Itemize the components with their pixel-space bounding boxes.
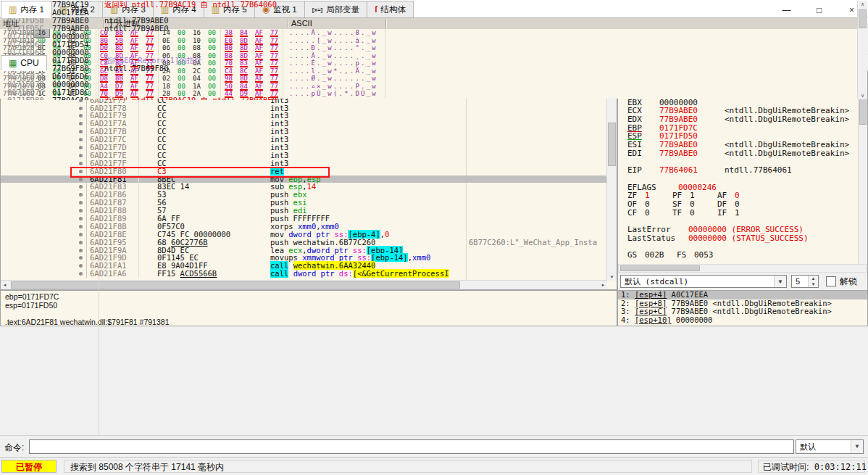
stepper-up-icon[interactable]: ▲ (809, 276, 818, 281)
info-line: ebp=0171FD7C (5, 293, 612, 302)
disassembly-rows: 6AD21F74CCint36AD21F75CCint36AD21F76CCin… (1, 73, 607, 280)
command-profile-select[interactable]: 默认 ▼ (796, 439, 864, 454)
breakpoint-dot[interactable] (79, 170, 83, 173)
calling-convention-select[interactable]: 默认 (stdcall) ▼ (620, 275, 787, 288)
info-box: ebp=0171FD7Cesp=0171FD50.text:6AD21F81 w… (0, 290, 617, 326)
disassembly-vertical-scrollbar[interactable]: ▴ ▾ (606, 72, 617, 281)
stack-row[interactable]: 0171FD5C77B9ABE0ntdll.77B9ABE0 (0, 25, 858, 33)
stack-vertical-scrollbar[interactable]: ∧ ∨ (857, 1, 867, 99)
disasm-gutter (1, 247, 87, 255)
disasm-gutter (1, 175, 87, 183)
scroll-up-arrow[interactable]: ∧ (858, 1, 867, 8)
register-line[interactable]: LastError00000000 (ERROR_SUCCESS) (618, 226, 859, 234)
token: int3 (270, 159, 288, 168)
breakpoint-dot[interactable] (79, 185, 83, 189)
breakpoint-dot[interactable] (79, 272, 83, 276)
token: 77B9ABE0 <ntdll.DbgUiRemoteBreakin> (667, 299, 832, 307)
scroll-left-arrow[interactable]: ◂ (1, 281, 9, 289)
token: 0053 (694, 251, 714, 260)
breakpoint-dot[interactable] (79, 241, 83, 244)
token: 77B9ABE0 <ntdll.DbgUiRemoteBreakin> (667, 307, 832, 315)
breakpoint-dot[interactable] (79, 107, 83, 110)
breakpoint-dot[interactable] (79, 201, 83, 205)
register-line[interactable]: CF0TF0IF1 (618, 209, 859, 218)
disasm-gutter (1, 183, 87, 191)
unlock-checkbox[interactable] (826, 276, 836, 286)
scroll-down-arrow[interactable]: ∨ (858, 92, 867, 99)
disasm-gutter (1, 152, 87, 160)
token: EIP (627, 166, 659, 175)
register-line[interactable] (618, 175, 859, 183)
breakpoint-dot[interactable] (79, 130, 83, 133)
argument-count-stepper[interactable]: 5 ▲ ▼ (791, 275, 819, 288)
breakpoint-dot[interactable] (79, 225, 83, 228)
register-list: EAX01186000EBX00000000ECX77B9ABE0<ntdll.… (618, 87, 859, 267)
stack-row[interactable]: 0171FD8077B9AC19返回到 ntdll.77B9AC19 自 ntd… (0, 96, 858, 100)
command-input[interactable] (29, 439, 794, 454)
breakpoint-dot[interactable] (79, 249, 83, 252)
breakpoint-dot[interactable] (79, 233, 83, 236)
scroll-thumb[interactable] (620, 265, 700, 271)
disassembly-horizontal-scrollbar[interactable]: ◂ ▸ (1, 280, 607, 289)
token: 4: (621, 315, 635, 324)
breakpoint-dot[interactable] (79, 146, 83, 149)
token: SF (672, 200, 690, 209)
stack-row[interactable]: 0171FD74D60FE6D6 (0, 73, 858, 80)
disasm-gutter (1, 112, 87, 120)
stepper-down-icon[interactable]: ▼ (809, 281, 818, 287)
breakpoint-dot[interactable] (79, 217, 83, 220)
stack-row[interactable]: 0171FD640171FD54 (0, 41, 858, 49)
register-line[interactable]: EIP77B64061ntdll.77B64061 (618, 166, 859, 175)
disasm-row[interactable]: 6AD21FA6FF15 ACD5566Bcall dword ptr ds:[… (1, 270, 607, 278)
debug-time: 已调试时间: 0:03:12:11 (758, 460, 865, 473)
register-line[interactable]: EDX77B9ABE0<ntdll.DbgUiRemoteBreakin> (618, 115, 859, 124)
disasm-gutter (1, 136, 87, 144)
stack-row[interactable]: 0171FD7800000000 (0, 80, 858, 88)
token: [<&GetCurrentProcessI (353, 269, 449, 278)
call-argument-row[interactable]: 4: [esp+10] 00000000 (618, 316, 867, 325)
breakpoint-dot[interactable] (79, 209, 83, 212)
scroll-thumb[interactable] (11, 281, 460, 289)
tab-内存 1[interactable]: ▥内存 1 (1, 1, 52, 17)
register-line[interactable]: OF0SF0DF0 (618, 200, 859, 209)
breakpoint-dot[interactable] (79, 162, 83, 165)
scroll-right-arrow[interactable]: ▸ (599, 281, 607, 289)
scroll-thumb[interactable] (859, 9, 867, 28)
stack-row[interactable]: 0171FD6000000000 (0, 33, 858, 41)
token: ntdll.77B64061 (725, 166, 792, 175)
token: 0 (645, 209, 672, 218)
breakpoint-dot[interactable] (79, 264, 83, 268)
token: ds: (339, 269, 353, 278)
token: 14 (307, 182, 317, 191)
registers-vertical-scrollbar[interactable] (858, 87, 867, 264)
breakpoint-dot[interactable] (79, 256, 83, 260)
chevron-down-icon[interactable]: ▼ (774, 276, 786, 287)
tab-CPU[interactable]: ▦CPU (1, 55, 47, 70)
breakpoint-dot[interactable] (79, 122, 83, 125)
registers-horizontal-scrollbar[interactable] (618, 264, 867, 273)
breakpoint-dot[interactable] (79, 154, 83, 157)
register-line[interactable]: LastStatus00000000 (STATUS_SUCCESS) (618, 234, 859, 243)
breakpoint-dot[interactable] (79, 114, 83, 117)
stack-row[interactable]: 0171FD5077B9AC19返回到 ntdll.77B9AC19 自 ntd… (0, 1, 858, 9)
register-line[interactable]: EBP0171FD7C (618, 124, 859, 133)
memory-dump-1-icon: ▥ (9, 4, 17, 15)
register-line[interactable]: GS002BFS0053 (618, 251, 859, 260)
disasm-gutter (1, 239, 87, 247)
scroll-down-arrow[interactable]: ▾ (607, 273, 617, 281)
token: 1: (621, 290, 635, 299)
stack-row[interactable]: 0171FD7077B69F80ntdll.77B69F80 (0, 65, 858, 73)
chevron-down-icon[interactable]: ▼ (851, 440, 863, 453)
token: 0 (645, 200, 672, 209)
disasm-comment: 6B77C260:L"_WeChat_App_Insta (469, 239, 597, 247)
disasm-gutter (1, 231, 87, 239)
token: xmm0 (412, 253, 430, 262)
scroll-thumb[interactable] (608, 123, 616, 166)
breakpoint-dot[interactable] (79, 193, 83, 197)
disasm-gutter (1, 191, 87, 199)
breakpoint-dot[interactable] (79, 178, 83, 181)
register-line[interactable]: EDI77B9ABE0<ntdll.DbgUiRemoteBreakin> (618, 149, 859, 158)
breakpoint-dot[interactable] (79, 138, 83, 141)
token: [esp+4] (635, 290, 667, 299)
token: 00000246 (678, 183, 717, 192)
